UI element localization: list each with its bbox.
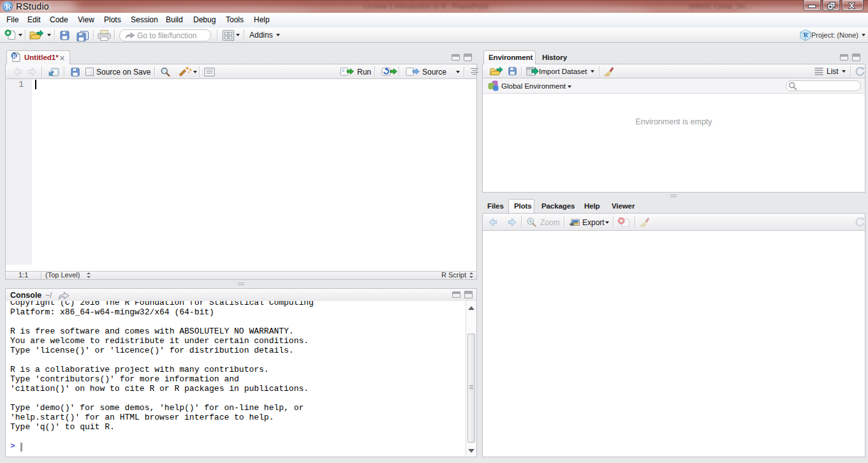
- svg-text:R: R: [13, 53, 17, 59]
- svg-text:R: R: [804, 31, 809, 38]
